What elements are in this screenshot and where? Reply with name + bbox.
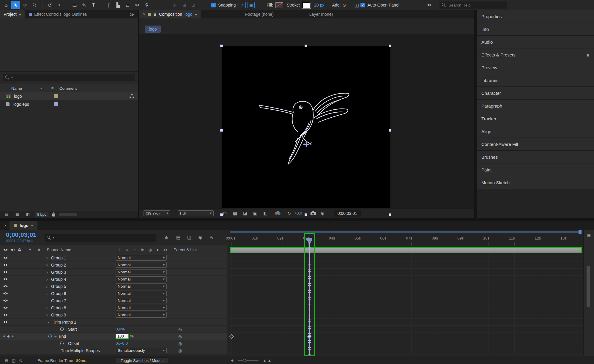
blend-mode-dropdown[interactable]: Normal ▾ [116,312,167,318]
visibility-eye-icon[interactable] [3,306,8,309]
selection-handle[interactable] [305,213,307,216]
guide-layers-icon[interactable]: ◧ [262,211,269,216]
roto-brush-tool-icon[interactable]: ✂ [133,1,142,9]
panel-options-icon[interactable]: ◫ [10,358,17,363]
composition-canvas[interactable] [222,46,390,215]
graph-toggle-icon[interactable]: ∿ [54,335,57,338]
stopwatch-icon[interactable] [60,341,64,346]
trash-icon[interactable] [52,212,56,217]
tab-composition[interactable]: × Composition logo ≡ [139,10,201,18]
axis-mode-view-icon[interactable]: ⊿ [189,1,198,9]
axis-mode-local-icon[interactable]: ⊹ [170,1,179,9]
timeline-row-offset[interactable]: Offset 0x+0,0° ◎ [0,340,227,347]
panel-list-item[interactable]: Properties [477,10,594,23]
timeline-row-trim-multiple[interactable]: Trim Multiple Shapes Simultaneously ▾ ◎ [0,347,227,354]
type-tool-icon[interactable]: T [89,1,98,9]
comp-timecode-box[interactable]: 0;00;03;01 [334,210,361,217]
previous-keyframe-icon[interactable]: ◀ [3,335,5,338]
panel-list-item[interactable]: Tracker [477,112,594,125]
brush-tool-icon[interactable]: ʃ [104,1,113,9]
add-property-icon[interactable]: ⊙ [341,1,347,9]
pick-whip-icon[interactable]: ◎ [178,348,182,353]
column-name[interactable]: Name [11,86,22,91]
stroke-swatch[interactable] [302,2,311,8]
stopwatch-active-icon[interactable] [48,334,52,338]
timeline-row-end[interactable]: ◀ ◆ ▶ ∿ End % ◎ [0,333,227,340]
magnification-dropdown[interactable]: (39,7%) ▾ [144,210,170,216]
close-tab-icon[interactable]: × [143,12,145,16]
time-navigator-end-handle[interactable] [579,230,582,234]
timeline-row-group[interactable]: › Group 2 Normal ▾ [0,261,227,269]
blend-mode-dropdown[interactable]: Normal ▾ [116,262,167,268]
timeline-search-box[interactable]: ▾ [45,234,156,242]
pick-whip-icon[interactable]: ◎ [178,334,182,339]
panel-icon[interactable]: ◫ [353,1,360,9]
project-search-box[interactable]: ▾ [3,74,135,81]
panel-list-item[interactable]: Preview [477,61,594,74]
help-search-box[interactable] [439,1,507,9]
label-chip[interactable] [54,94,58,98]
stroke-width-value[interactable]: 20 px [314,3,324,7]
snap-along-edges-icon[interactable]: ↗ [239,2,246,8]
keyframe-toggle-icon[interactable]: ◆ [7,335,10,338]
label-column-icon[interactable]: ⚑ [28,248,31,252]
home-icon[interactable]: ⌂ [2,1,11,9]
timeline-tab-logo[interactable]: logo ≡ [10,221,37,230]
expand-arrow-icon[interactable]: › [45,277,49,281]
expand-arrow-icon[interactable]: › [45,270,49,274]
next-keyframe-icon[interactable]: ▶ [12,335,14,338]
label-column-icon[interactable]: ⚑ [51,86,54,90]
tab-footage[interactable]: Footage (none) [245,12,274,17]
tab-layer[interactable]: Layer (none) [309,12,333,17]
viewer-tab-logo[interactable]: logo [145,26,161,33]
tab-effect-controls[interactable]: Effect Controls logo Outlines [25,12,91,17]
hide-shy-layers-icon[interactable]: ◫ [186,235,193,240]
stopwatch-icon[interactable] [60,327,64,331]
time-ruler[interactable]: 0:00s01s02s03s04s05s06s07s08s09s10s11s12… [229,230,583,246]
selection-handle[interactable] [220,213,223,216]
eraser-tool-icon[interactable]: ▱ [123,1,132,9]
end-value-input[interactable] [116,334,129,339]
visibility-eye-icon[interactable] [3,313,8,316]
blend-mode-dropdown[interactable]: Normal ▾ [116,255,167,261]
visibility-eye-icon[interactable] [3,270,8,274]
timeline-row-group[interactable]: › Group 7 Normal ▾ [0,297,227,304]
expand-arrow-icon[interactable]: › [45,284,49,289]
transparency-grid-icon[interactable]: ▩ [231,211,239,216]
puppet-pin-tool-icon[interactable]: ⚲ [142,1,151,9]
mask-visibility-icon[interactable]: ◪ [242,211,249,216]
more-tools-icon[interactable]: ≫ [427,3,432,7]
effects-presets-menu-icon[interactable]: ≡ [587,53,589,58]
panel-list-item[interactable]: Brushes [477,151,594,163]
panel-list-item[interactable]: Motion Sketch [477,176,594,189]
expand-arrow-icon[interactable]: › [45,299,49,303]
orbit-tool-icon[interactable]: ↺ [45,1,54,9]
track-area[interactable] [229,245,583,354]
axis-mode-world-icon[interactable]: ⊞ [180,1,189,9]
visibility-eye-icon[interactable] [3,256,8,259]
start-value[interactable]: 0,0% [116,327,125,331]
hand-tool-icon[interactable]: ☞ [21,1,30,9]
reset-exposure-icon[interactable]: ↻ [286,211,293,216]
expand-arrow-icon[interactable]: › [45,291,49,296]
tab-project[interactable]: Project ≡ [0,10,25,18]
clone-stamp-tool-icon[interactable]: ▙ [114,1,123,9]
vertical-scrollbar[interactable] [587,266,590,307]
search-scope-chevron-icon[interactable]: ▾ [53,237,54,239]
project-row-logo-eps[interactable]: logo.eps [0,100,138,108]
zoom-slider-knob[interactable] [243,359,246,362]
selection-handle[interactable] [389,45,391,47]
timeline-row-group[interactable]: › Group 3 Normal ▾ [0,269,227,276]
region-of-interest-icon[interactable]: ▣ [252,211,259,216]
more-panels-icon[interactable]: ≫ [130,12,135,17]
selection-handle[interactable] [389,213,391,216]
zoom-in-mountain-icon[interactable]: ▲ [263,359,266,362]
expand-arrow-icon[interactable]: › [45,263,49,267]
sort-ascending-icon[interactable]: ▲ [40,87,42,90]
blend-mode-dropdown[interactable]: Normal ▾ [116,298,167,303]
panel-list-item[interactable]: Effects & Presets [477,48,594,61]
project-row-logo[interactable]: logo [0,92,138,100]
layer-duration-bar[interactable] [230,247,582,253]
zoom-out-diamond-icon[interactable]: ◆ [231,359,234,362]
pick-whip-icon[interactable]: ◎ [178,341,182,346]
